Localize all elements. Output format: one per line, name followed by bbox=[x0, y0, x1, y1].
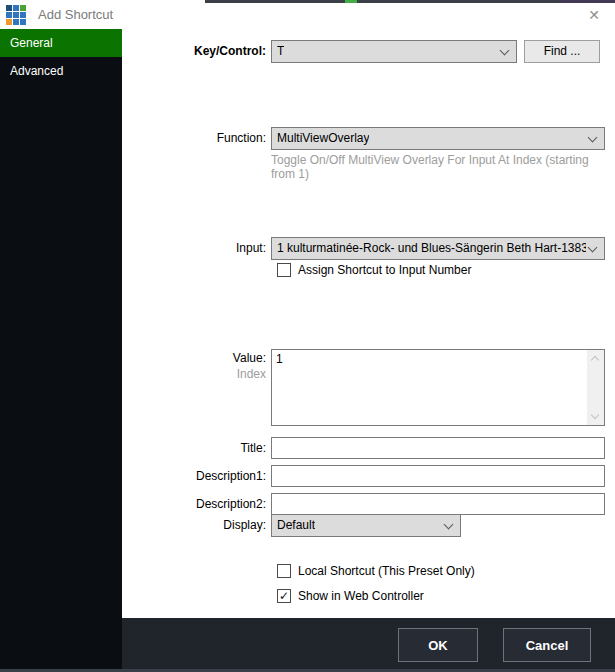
chevron-down-icon bbox=[588, 243, 598, 253]
input-dropdown[interactable]: 1 kulturmatinée-Rock- und Blues-Sängerin… bbox=[271, 237, 605, 260]
chevron-down-icon bbox=[500, 46, 510, 56]
function-dropdown[interactable]: MultiViewOverlay bbox=[271, 127, 605, 150]
scrollbar[interactable] bbox=[587, 350, 604, 425]
chevron-down-icon bbox=[588, 133, 598, 143]
value-text: 1 bbox=[276, 352, 584, 366]
description1-input[interactable] bbox=[271, 465, 605, 487]
grid-square bbox=[6, 19, 12, 25]
value-textarea[interactable]: 1 bbox=[271, 349, 605, 426]
grid-square bbox=[13, 19, 19, 25]
sidebar-item-advanced[interactable]: Advanced bbox=[0, 57, 122, 85]
assign-input-number-label: Assign Shortcut to Input Number bbox=[298, 263, 471, 277]
description2-label: Description2: bbox=[122, 497, 266, 511]
grid-square bbox=[13, 12, 19, 18]
title-input[interactable] bbox=[271, 437, 605, 459]
display-dropdown[interactable]: Default bbox=[271, 514, 461, 537]
background-app-strip bbox=[560, 0, 615, 3]
assign-input-number-checkbox[interactable] bbox=[277, 263, 291, 277]
title-label: Title: bbox=[122, 441, 266, 455]
sidebar: General Advanced bbox=[0, 29, 122, 672]
function-description: Toggle On/Off MultiView Overlay For Inpu… bbox=[271, 153, 615, 181]
display-label: Display: bbox=[122, 518, 266, 532]
index-sublabel: Index bbox=[122, 367, 266, 381]
display-value: Default bbox=[277, 515, 315, 536]
local-shortcut-label: Local Shortcut (This Preset Only) bbox=[298, 564, 475, 578]
key-control-label: Key/Control: bbox=[122, 44, 266, 58]
local-shortcut-checkbox[interactable] bbox=[277, 564, 291, 578]
value-label: Value: bbox=[122, 351, 266, 365]
grid-square bbox=[6, 5, 12, 11]
description2-input[interactable] bbox=[271, 493, 605, 515]
grid-square bbox=[13, 5, 19, 11]
assign-input-number-row[interactable]: Assign Shortcut to Input Number bbox=[277, 263, 471, 277]
web-controller-label: Show in Web Controller bbox=[298, 589, 424, 603]
background-app-strip bbox=[357, 0, 560, 3]
scroll-up-icon[interactable] bbox=[591, 356, 599, 364]
input-label: Input: bbox=[122, 241, 266, 255]
function-label: Function: bbox=[122, 131, 266, 145]
sidebar-item-general[interactable]: General bbox=[0, 29, 122, 57]
grid-square bbox=[6, 12, 12, 18]
input-value: 1 kulturmatinée-Rock- und Blues-Sängerin… bbox=[277, 238, 586, 259]
function-value: MultiViewOverlay bbox=[277, 128, 369, 149]
dialog-title: Add Shortcut bbox=[38, 0, 113, 29]
background-app-strip bbox=[345, 0, 357, 3]
background-app-strip bbox=[205, 0, 345, 3]
local-shortcut-row[interactable]: Local Shortcut (This Preset Only) bbox=[277, 564, 475, 578]
cancel-button[interactable]: Cancel bbox=[503, 628, 591, 662]
dialog-titlebar: Add Shortcut ✕ bbox=[0, 0, 615, 29]
key-control-dropdown[interactable]: T bbox=[271, 40, 517, 63]
grid-square bbox=[20, 12, 26, 18]
ok-button[interactable]: OK bbox=[398, 628, 478, 662]
web-controller-checkbox-checked[interactable]: ✓ bbox=[277, 589, 291, 603]
app-grid-icon bbox=[6, 5, 26, 25]
grid-square bbox=[20, 5, 26, 11]
chevron-down-icon bbox=[444, 520, 454, 530]
web-controller-row[interactable]: ✓ Show in Web Controller bbox=[277, 589, 424, 603]
footer-bar: OK Cancel bbox=[122, 618, 615, 672]
close-icon[interactable]: ✕ bbox=[583, 4, 605, 26]
grid-square bbox=[20, 19, 26, 25]
find-button[interactable]: Find ... bbox=[524, 40, 600, 63]
scroll-down-icon[interactable] bbox=[591, 411, 599, 419]
key-control-value: T bbox=[277, 41, 284, 62]
description1-label: Description1: bbox=[122, 469, 266, 483]
